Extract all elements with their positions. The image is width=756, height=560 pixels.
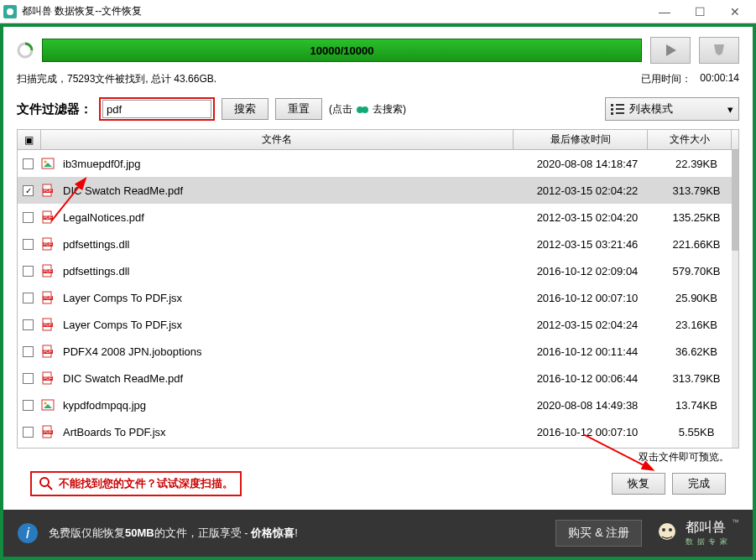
cell-size: 22.39KB bbox=[654, 158, 738, 170]
progress-row: 10000/10000 bbox=[17, 35, 739, 65]
cell-filename: Layer Comps To PDF.jsx bbox=[60, 319, 520, 331]
minimize-button[interactable]: — bbox=[647, 3, 682, 21]
cell-filename: DIC Swatch ReadMe.pdf bbox=[60, 184, 520, 197]
row-checkbox[interactable] bbox=[23, 266, 34, 277]
scan-status-text: 扫描完成，75293文件被找到, 总计 43.66GB. bbox=[17, 72, 641, 86]
status-row: 扫描完成，75293文件被找到, 总计 43.66GB. 已用时间： 00:00… bbox=[17, 69, 739, 89]
table-row[interactable]: ✓PDFDIC Swatch ReadMe.pdf2012-03-15 02:0… bbox=[18, 177, 738, 204]
svg-text:PDF: PDF bbox=[44, 295, 52, 300]
cell-filename: ib3muepdf0f.jpg bbox=[60, 158, 520, 170]
row-checkbox[interactable] bbox=[23, 373, 34, 384]
cell-date: 2012-03-15 02:04:22 bbox=[520, 184, 654, 197]
scrollbar[interactable] bbox=[732, 150, 738, 448]
cell-date: 2016-10-12 00:07:10 bbox=[520, 292, 654, 304]
close-button[interactable]: ✕ bbox=[717, 3, 753, 21]
mascot-icon bbox=[652, 518, 682, 548]
view-mode-label: 列表模式 bbox=[629, 101, 673, 117]
svg-point-47 bbox=[659, 523, 675, 540]
elapsed-label: 已用时间： bbox=[641, 72, 691, 86]
cell-date: 2016-10-12 00:06:44 bbox=[520, 372, 654, 385]
row-checkbox[interactable] bbox=[23, 239, 34, 250]
cell-filename: kypdfodmpqq.jpg bbox=[60, 399, 520, 412]
svg-text:PDF: PDF bbox=[44, 241, 52, 246]
brand-logo: 都叫兽 数 据 专 家 ™ bbox=[652, 518, 739, 548]
search-red-icon bbox=[39, 476, 54, 491]
stop-icon bbox=[712, 43, 727, 58]
svg-text:PDF: PDF bbox=[44, 349, 52, 354]
pdf-file-icon: PDF bbox=[41, 264, 55, 277]
svg-point-34 bbox=[44, 402, 47, 405]
row-checkbox[interactable] bbox=[23, 427, 34, 438]
table-row[interactable]: PDFLayer Comps To PDF.jsx2016-10-12 00:0… bbox=[18, 284, 738, 311]
binoculars-icon bbox=[356, 102, 369, 116]
window-title: 都叫兽 数据恢复--文件恢复 bbox=[22, 4, 647, 18]
table-row[interactable]: PDFLayer Comps To PDF.jsx2012-03-15 02:0… bbox=[18, 311, 738, 338]
scroll-thumb[interactable] bbox=[732, 150, 738, 251]
pdf-file-icon: PDF bbox=[41, 425, 55, 438]
view-mode-toggle[interactable]: 列表模式 ▾ bbox=[605, 97, 739, 121]
row-checkbox[interactable]: ✓ bbox=[23, 185, 34, 196]
row-checkbox[interactable] bbox=[23, 400, 34, 411]
filter-hint: (点击 去搜索) bbox=[329, 102, 406, 117]
header-filename[interactable]: 文件名 bbox=[41, 130, 514, 149]
table-row[interactable]: ib3muepdf0f.jpg2020-08-08 14:18:4722.39K… bbox=[18, 150, 738, 177]
row-checkbox[interactable] bbox=[23, 319, 34, 330]
maximize-button[interactable]: ☐ bbox=[682, 3, 717, 21]
row-checkbox[interactable] bbox=[23, 212, 34, 223]
cell-size: 221.66KB bbox=[654, 238, 738, 251]
row-checkbox[interactable] bbox=[23, 293, 34, 303]
svg-point-41 bbox=[40, 478, 49, 486]
filter-row: 文件过滤器： 搜索 重置 (点击 去搜索) 列表模式 ▾ bbox=[17, 94, 739, 124]
recover-button[interactable]: 恢复 bbox=[612, 473, 665, 495]
reset-button[interactable]: 重置 bbox=[275, 98, 322, 120]
image-file-icon bbox=[41, 157, 55, 170]
cell-date: 2020-08-08 14:18:47 bbox=[520, 158, 654, 170]
chevron-down-icon: ▾ bbox=[727, 103, 733, 116]
filter-input[interactable] bbox=[102, 100, 211, 118]
header-check[interactable]: ▣ bbox=[18, 130, 41, 149]
pdf-file-icon: PDF bbox=[41, 210, 55, 224]
cell-size: 36.62KB bbox=[654, 345, 738, 358]
upsell-bar: i 免费版仅能恢复50MB的文件，正版享受 - 价格惊喜! 购买 & 注册 都叫… bbox=[3, 510, 753, 557]
table-row[interactable]: PDFpdfsettings.dll2016-10-12 02:09:04579… bbox=[18, 257, 738, 284]
svg-point-7 bbox=[44, 161, 47, 163]
table-row[interactable]: PDFLegalNotices.pdf2012-03-15 02:04:2013… bbox=[18, 204, 738, 231]
cell-filename: pdfsettings.dll bbox=[60, 238, 520, 251]
table-row[interactable]: PDFpdfsettings.dll2012-03-15 03:21:46221… bbox=[18, 231, 738, 257]
cell-size: 579.70KB bbox=[654, 265, 738, 277]
table-row[interactable]: PDFArtBoards To PDF.jsx2016-10-12 00:07:… bbox=[18, 418, 738, 445]
svg-text:PDF: PDF bbox=[44, 376, 52, 381]
svg-point-1 bbox=[7, 8, 13, 15]
stop-button[interactable] bbox=[699, 37, 739, 64]
info-icon: i bbox=[17, 522, 39, 544]
preview-hint: 双击文件即可预览。 bbox=[17, 449, 739, 466]
row-checkbox[interactable] bbox=[23, 158, 34, 169]
pdf-file-icon: PDF bbox=[41, 371, 55, 385]
table-body: ib3muepdf0f.jpg2020-08-08 14:18:4722.39K… bbox=[18, 150, 738, 448]
cell-size: 5.55KB bbox=[654, 426, 738, 438]
table-row[interactable]: PDFDIC Swatch ReadMe.pdf2016-10-12 00:06… bbox=[18, 365, 738, 391]
header-date[interactable]: 最后修改时间 bbox=[514, 130, 648, 149]
buy-register-button[interactable]: 购买 & 注册 bbox=[555, 520, 642, 547]
svg-point-49 bbox=[669, 528, 672, 531]
table-row[interactable]: PDFPDFX4 2008 JPN.joboptions2016-10-12 0… bbox=[18, 338, 738, 365]
header-size[interactable]: 文件大小 bbox=[648, 130, 732, 149]
pdf-file-icon: PDF bbox=[41, 237, 55, 251]
brand-name: 都叫兽 bbox=[686, 519, 728, 537]
image-file-icon bbox=[41, 398, 55, 412]
deep-scan-link[interactable]: 不能找到您的文件？试试深度扫描。 bbox=[30, 471, 242, 496]
table-row[interactable]: kypdfodmpqq.jpg2020-08-08 14:49:3813.74K… bbox=[18, 391, 738, 418]
play-button[interactable] bbox=[650, 37, 691, 64]
cell-date: 2012-03-15 03:21:46 bbox=[520, 238, 654, 251]
filter-label: 文件过滤器： bbox=[17, 101, 92, 117]
search-button[interactable]: 搜索 bbox=[222, 98, 269, 120]
cell-filename: LegalNotices.pdf bbox=[60, 211, 520, 224]
svg-text:PDF: PDF bbox=[44, 429, 52, 434]
file-table: ▣ 文件名 最后修改时间 文件大小 ib3muepdf0f.jpg2020-08… bbox=[17, 129, 739, 449]
cell-size: 135.25KB bbox=[654, 211, 738, 224]
done-button[interactable]: 完成 bbox=[672, 473, 726, 495]
app-icon bbox=[3, 5, 17, 18]
cell-date: 2016-10-12 00:07:10 bbox=[520, 426, 654, 438]
elapsed-value: 00:00:14 bbox=[700, 72, 739, 86]
row-checkbox[interactable] bbox=[23, 346, 34, 357]
